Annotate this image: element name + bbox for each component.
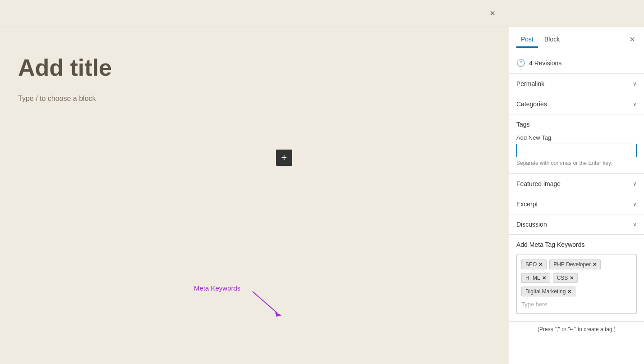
discussion-label: Discussion — [516, 221, 547, 228]
add-block-button[interactable]: + — [276, 150, 292, 166]
discussion-section: Discussion — [509, 214, 644, 235]
tag-html-label: HTML — [525, 275, 540, 281]
meta-keywords-title: Add Meta Tag Keywords — [516, 241, 585, 248]
permalink-label: Permalink — [516, 80, 544, 87]
tag-chip-digital-marketing: Digital Marketing ✕ — [521, 287, 575, 296]
discussion-header[interactable]: Discussion — [509, 214, 644, 234]
featured-image-chevron — [633, 181, 637, 187]
tags-header[interactable]: Tags — [516, 114, 637, 134]
revisions-row[interactable]: 🕐 4 Revisions — [509, 52, 644, 74]
tag-chip-html: HTML ✕ — [521, 273, 550, 283]
editor-placeholder: Type / to choose a block — [18, 95, 491, 103]
excerpt-header[interactable]: Excerpt — [509, 194, 644, 214]
meta-tags-row-3: Digital Marketing ✕ — [521, 287, 632, 296]
remove-digital-marketing-tag[interactable]: ✕ — [567, 289, 571, 295]
meta-keywords-box: SEO ✕ PHP Developer ✕ HTML ✕ CSS — [516, 255, 637, 314]
sidebar: Post Block × 🕐 4 Revisions Permalink Cat… — [509, 27, 644, 364]
tag-chip-php: PHP Developer ✕ — [549, 259, 601, 269]
svg-marker-2 — [275, 312, 282, 317]
sidebar-close-button[interactable]: × — [628, 32, 637, 46]
main-layout: Add title Type / to choose a block + Met… — [0, 27, 644, 364]
meta-hint: (Press "," or "↵" to create a tag.) — [509, 321, 644, 337]
tag-chip-css: CSS ✕ — [553, 273, 578, 283]
excerpt-label: Excerpt — [516, 200, 538, 208]
add-new-tag-input[interactable] — [516, 144, 637, 157]
permalink-chevron — [633, 81, 637, 87]
remove-css-tag[interactable]: ✕ — [570, 275, 574, 281]
revisions-label: 4 Revisions — [529, 59, 561, 67]
tab-block[interactable]: Block — [540, 32, 564, 48]
meta-tags-row-1: SEO ✕ PHP Developer ✕ — [521, 259, 632, 269]
categories-chevron — [633, 101, 637, 107]
meta-keywords-header[interactable]: Add Meta Tag Keywords — [516, 235, 637, 255]
categories-label: Categories — [516, 100, 547, 108]
editor-area: Add title Type / to choose a block + Met… — [0, 27, 509, 364]
excerpt-chevron — [633, 201, 637, 207]
tag-chip-seo: SEO ✕ — [521, 259, 547, 269]
tag-css-label: CSS — [557, 275, 568, 281]
categories-header[interactable]: Categories — [509, 94, 644, 114]
meta-keywords-section: Add Meta Tag Keywords SEO ✕ PHP Develope… — [509, 235, 644, 321]
featured-image-label: Featured image — [516, 180, 561, 187]
remove-html-tag[interactable]: ✕ — [542, 275, 546, 281]
meta-type-here-placeholder[interactable]: Type here — [521, 300, 632, 309]
remove-seo-tag[interactable]: ✕ — [538, 262, 543, 268]
sidebar-header: Post Block × — [509, 27, 644, 52]
tag-digital-marketing-label: Digital Marketing — [525, 288, 566, 295]
tag-hint: Separate with commas or the Enter key. — [516, 160, 637, 166]
annotation-container: Meta Keywords — [194, 282, 284, 328]
add-new-tag-label: Add New Tag — [516, 134, 637, 141]
discussion-chevron — [633, 221, 637, 228]
revisions-icon: 🕐 — [516, 59, 525, 67]
post-title[interactable]: Add title — [18, 54, 491, 81]
excerpt-section: Excerpt — [509, 194, 644, 214]
editor-close-button[interactable]: × — [485, 6, 500, 21]
sidebar-tabs-group: Post Block — [516, 32, 564, 47]
categories-section: Categories — [509, 94, 644, 114]
meta-tags-row-2: HTML ✕ CSS ✕ — [521, 273, 632, 283]
featured-image-header[interactable]: Featured image — [509, 174, 644, 194]
permalink-header[interactable]: Permalink — [509, 74, 644, 94]
tags-section: Tags Add New Tag Separate with commas or… — [509, 114, 644, 174]
tag-seo-label: SEO — [525, 261, 537, 268]
tab-post[interactable]: Post — [516, 32, 538, 48]
permalink-section: Permalink — [509, 74, 644, 94]
tag-php-label: PHP Developer — [553, 261, 591, 268]
top-bar: × — [0, 0, 644, 27]
featured-image-section: Featured image — [509, 174, 644, 194]
svg-text:Meta Keywords: Meta Keywords — [194, 284, 240, 292]
svg-line-1 — [253, 291, 277, 313]
tags-label: Tags — [516, 121, 530, 128]
remove-php-tag[interactable]: ✕ — [593, 262, 597, 268]
